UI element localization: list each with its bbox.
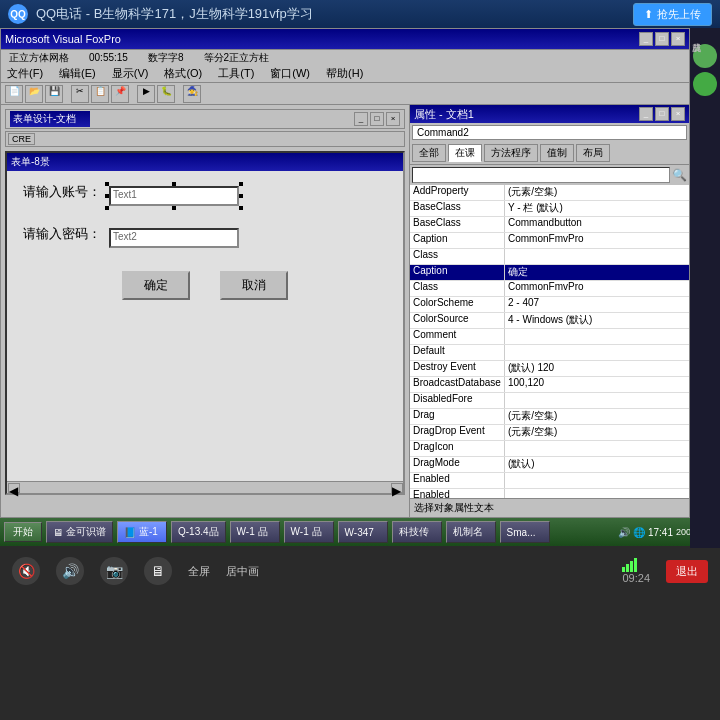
close-button[interactable]: × [671,32,685,46]
prop-value [505,393,689,408]
tab-values[interactable]: 值制 [540,144,574,162]
taskbar-item-7[interactable]: 科技传 [392,521,442,543]
prop-row[interactable]: Default [410,345,689,361]
confirm-button[interactable]: 确定 [122,271,190,300]
prop-name: ColorSource [410,313,505,328]
menu-format[interactable]: 格式(O) [162,66,204,81]
prop-row[interactable]: Destroy Event(默认) 120 [410,361,689,377]
minimize-button[interactable]: _ [639,32,653,46]
form-title: 表单-8景 [11,155,50,169]
prop-row[interactable]: DragMode(默认) [410,457,689,473]
prop-name: Enabled [410,489,505,498]
prop-row[interactable]: ColorScheme2 - 407 [410,297,689,313]
toolbar-paste[interactable]: 📌 [111,85,129,103]
toolbar-cut[interactable]: ✂ [71,85,89,103]
vfp-menubar: 文件(F) 编辑(E) 显示(V) 格式(O) 工具(T) 窗口(W) 帮助(H… [1,65,689,83]
taskbar-item-9[interactable]: Sma... [500,521,550,543]
prop-row[interactable]: Enabled [410,473,689,489]
cre-button[interactable]: CRE [8,133,35,145]
start-button[interactable]: 开始 [4,522,42,542]
camera-button[interactable]: 📷 [100,557,128,585]
username-row: 请输入账号： Text1 [23,183,387,209]
proj-close-btn[interactable]: × [386,112,400,126]
prop-name: DragDrop Event [410,425,505,440]
toolbar-new[interactable]: 📄 [5,85,23,103]
taskbar-item-8[interactable]: 机制名 [446,521,496,543]
bar-2 [626,564,629,572]
fullscreen-label[interactable]: 全屏 [188,564,210,579]
props-maximize-btn[interactable]: □ [655,107,669,121]
prop-row[interactable]: BaseClassY - 栏 (默认) [410,201,689,217]
scroll-right-btn[interactable]: ▶ [391,483,403,493]
tab-methods[interactable]: 方法程序 [484,144,538,162]
toolbar-open[interactable]: 📂 [25,85,43,103]
prop-value [505,249,689,264]
menu-view[interactable]: 显示(V) [110,66,151,81]
menu-edit[interactable]: 编辑(E) [57,66,98,81]
taskbar-item-2[interactable]: 📘 蓝-1 [117,521,167,543]
taskbar-item-1[interactable]: 🖥 金可识谱 [46,521,113,543]
prop-row[interactable]: DragDrop Event(元素/空集) [410,425,689,441]
properties-panel: 属性 - 文档1 _ □ × Command2 全部 在课 方法程序 值制 布局 [409,105,689,517]
props-search-input[interactable] [412,167,670,183]
prop-row[interactable]: Caption确定 [410,265,689,281]
prop-row[interactable]: BroadcastDatabase100,120 [410,377,689,393]
prop-row[interactable]: Enabled [410,489,689,498]
scroll-left-btn[interactable]: ◀ [8,483,20,493]
screen-button[interactable]: 🖥 [144,557,172,585]
props-minimize-btn[interactable]: _ [639,107,653,121]
prop-row[interactable]: CaptionCommonFmvPro [410,233,689,249]
username-textbox-value: Text1 [111,187,139,202]
taskbar-item-5[interactable]: W-1 品 [284,521,334,543]
center-label[interactable]: 居中画 [226,564,259,579]
volume-button[interactable]: 🔊 [56,557,84,585]
prop-row[interactable]: BaseClassCommandbutton [410,217,689,233]
proj-minimize-btn[interactable]: _ [354,112,368,126]
handle-tr [239,182,243,186]
prop-value: (元素/空集) [505,185,689,200]
toolbar-save[interactable]: 💾 [45,85,63,103]
tab-layout[interactable]: 布局 [576,144,610,162]
password-textbox[interactable]: Text2 [109,228,239,248]
menu-tools[interactable]: 工具(T) [216,66,256,81]
form-scrollbar-h[interactable]: ◀ ▶ [7,481,403,493]
prop-value [505,473,689,488]
menu-file[interactable]: 文件(F) [5,66,45,81]
prop-row[interactable]: AddProperty(元素/空集) [410,185,689,201]
prop-value: 2 - 407 [505,297,689,312]
prop-row[interactable]: Comment [410,329,689,345]
taskbar-item-3[interactable]: Q-13.4品 [171,521,226,543]
taskbar-icon-2: 📘 [124,527,136,538]
taskbar-item-6[interactable]: W-347 [338,521,388,543]
username-textbox[interactable]: Text1 [109,186,239,206]
upload-button[interactable]: ⬆ 抢先上传 [633,3,712,26]
props-object-dropdown[interactable]: Command2 [412,125,687,140]
exit-button[interactable]: 退出 [666,560,708,583]
toolbar-debug[interactable]: 🐛 [157,85,175,103]
prop-row[interactable]: Class [410,249,689,265]
prop-value: (默认) [505,457,689,472]
button-row: 确定 取消 [23,271,387,300]
toolbar-copy[interactable]: 📋 [91,85,109,103]
prop-row[interactable]: DisabledFore [410,393,689,409]
prop-row[interactable]: ColorSource4 - Windows (默认) [410,313,689,329]
status-item-2: 00:55:15 [89,52,128,63]
mute-button[interactable]: 🔇 [12,557,40,585]
toolbar-run[interactable]: ▶ [137,85,155,103]
menu-window[interactable]: 窗口(W) [268,66,312,81]
proj-maximize-btn[interactable]: □ [370,112,384,126]
prop-row[interactable]: DragIcon [410,441,689,457]
prop-row[interactable]: ClassCommonFmvPro [410,281,689,297]
cancel-button[interactable]: 取消 [220,271,288,300]
tab-all[interactable]: 全部 [412,144,446,162]
prop-name: Enabled [410,473,505,488]
project-titlebar: 表单设计-文档 [10,111,90,127]
maximize-button[interactable]: □ [655,32,669,46]
bottom-bar: 🔇 🔊 📷 🖥 全屏 居中画 09:24 退出 [0,546,720,596]
menu-help[interactable]: 帮助(H) [324,66,365,81]
props-close-btn[interactable]: × [671,107,685,121]
taskbar-item-4[interactable]: W-1 品 [230,521,280,543]
toolbar-wizard[interactable]: 🧙 [183,85,201,103]
prop-row[interactable]: Drag(元素/空集) [410,409,689,425]
tab-current[interactable]: 在课 [448,144,482,162]
